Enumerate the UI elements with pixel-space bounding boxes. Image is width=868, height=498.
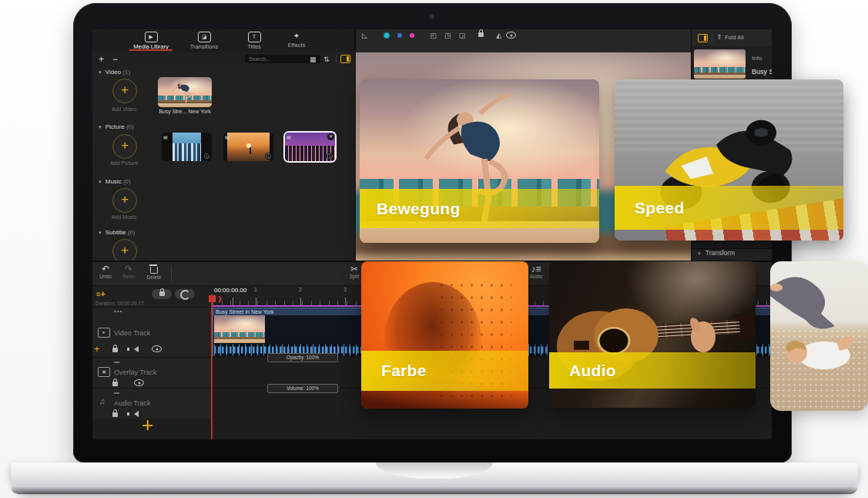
- close-icon[interactable]: ✕: [327, 133, 334, 140]
- lock-icon[interactable]: [112, 382, 118, 386]
- video-thumbnail-caption: Busy Stre... New York: [146, 109, 223, 114]
- section-header-music[interactable]: ▾ Music (0): [99, 178, 131, 185]
- select-tool-icon[interactable]: ◰: [430, 32, 437, 39]
- add-media-button[interactable]: +: [99, 54, 104, 65]
- info-icon[interactable]: ⓘ: [265, 153, 272, 160]
- tab-media-library[interactable]: ▶ Media Library: [126, 29, 176, 51]
- add-music-button[interactable]: +: [112, 188, 137, 213]
- track-menu-icon[interactable]: •••: [114, 308, 122, 315]
- spray-tool-icon[interactable]: ◭: [496, 32, 501, 39]
- beach-video-preview: [158, 77, 212, 107]
- marker-magenta-icon[interactable]: [410, 33, 414, 38]
- add-track-plus-icon[interactable]: +: [94, 343, 100, 355]
- preview-toolbar: ◺ ◰ ◳ ◲ ◭: [354, 29, 692, 52]
- lock-all-button[interactable]: [152, 289, 172, 299]
- speaker-icon[interactable]: [134, 411, 139, 417]
- marker-cyan-icon[interactable]: [384, 33, 389, 38]
- audio-card-band: Audio: [549, 352, 756, 389]
- add-video-button[interactable]: +: [112, 79, 137, 103]
- section-header-video[interactable]: ▾ Video (1): [99, 69, 130, 76]
- tab-effects[interactable]: ✦ Effects: [272, 29, 321, 51]
- laptop-webcam: [430, 15, 434, 19]
- ruler-tool-icon[interactable]: ◺: [362, 32, 367, 39]
- video-thumbnail[interactable]: [158, 77, 212, 107]
- mixer-icon: ♪≡: [525, 264, 547, 274]
- effects-wand-icon: ✦: [291, 32, 303, 41]
- crop-tool-icon[interactable]: ◳: [444, 32, 451, 39]
- eye-icon[interactable]: [152, 345, 162, 352]
- color-card-label: Farbe: [381, 362, 427, 380]
- lock-icon[interactable]: [478, 32, 484, 37]
- info-icon[interactable]: ⓘ: [327, 153, 333, 160]
- section-name: Picture: [106, 123, 125, 130]
- sunset-image: [227, 133, 270, 161]
- playhead-flag[interactable]: [209, 295, 216, 302]
- selected-clip-thumbnail[interactable]: [694, 49, 746, 79]
- titles-icon: T: [248, 32, 261, 42]
- video-track-label: Video Track: [114, 329, 150, 337]
- library-tabbar: ▶ Media Library ◪ Transitions T Titles ✦…: [92, 29, 354, 52]
- remove-media-button[interactable]: −: [112, 54, 118, 65]
- city-day-image: [173, 133, 201, 161]
- add-picture-button[interactable]: +: [112, 134, 137, 159]
- overlay-track-label: Overlay Track: [114, 368, 157, 376]
- feature-card-color: Farbe: [361, 261, 528, 409]
- fold-all-label[interactable]: Fold All: [725, 34, 744, 41]
- volume-badge[interactable]: Volume: 100%: [267, 384, 338, 393]
- playhead-line[interactable]: [211, 294, 213, 439]
- lock-icon[interactable]: [112, 348, 118, 352]
- speaker-icon[interactable]: [134, 346, 139, 352]
- transform-label: Transform: [705, 249, 735, 257]
- section-count: (0): [128, 229, 136, 236]
- redo-label: Redo: [122, 274, 135, 279]
- picture-thumbnail-city-day[interactable]: ▤ ⓘ: [162, 133, 212, 161]
- redo-button[interactable]: ↷ Redo: [119, 264, 139, 279]
- section-header-subtitle[interactable]: ▾ Subtitle (0): [99, 229, 135, 236]
- picture-thumbnail-sunset[interactable]: ▤ ⓘ: [223, 133, 273, 161]
- feature-card-speed: Speed: [615, 79, 843, 241]
- section-count: (0): [126, 123, 134, 130]
- fold-all-icon[interactable]: ⇑: [716, 33, 722, 41]
- video-track-icon: ▸: [98, 328, 110, 338]
- picture-type-icon: ▤: [163, 134, 168, 140]
- panel-toggle-icon[interactable]: [340, 55, 350, 63]
- grid-view-icon[interactable]: ▦: [310, 56, 317, 63]
- library-toolbar: + − ▦ ⇅: [92, 52, 354, 66]
- divider: [712, 33, 712, 42]
- overlay-track-header: ▬ ▣ Overlay Track: [92, 358, 213, 388]
- speed-card-band: Speed: [615, 186, 843, 230]
- eye-icon[interactable]: [506, 32, 516, 39]
- tab-label: Titles: [247, 43, 261, 50]
- delete-label: Delete: [147, 274, 162, 280]
- video-track-controls[interactable]: [112, 345, 169, 354]
- redo-icon: ↷: [119, 264, 139, 274]
- tab-transitions[interactable]: ◪ Transitions: [179, 29, 229, 51]
- overlay-track-controls[interactable]: [112, 379, 151, 388]
- audio-track-controls[interactable]: [112, 409, 146, 419]
- section-name: Video: [106, 69, 121, 76]
- transform-row[interactable]: ▾ Transform: [692, 248, 772, 261]
- section-header-picture[interactable]: ▾ Picture (0): [99, 123, 134, 130]
- audio-mixer-button[interactable]: ♪≡ Audio: [525, 264, 547, 279]
- sort-icon[interactable]: ⇅: [323, 56, 330, 63]
- opacity-badge[interactable]: Opacity: 100%: [267, 353, 338, 362]
- undo-button[interactable]: ↶ Undo: [96, 264, 116, 279]
- pointer-tool-icon[interactable]: ◲: [459, 32, 466, 39]
- marker-blue-icon[interactable]: [397, 33, 402, 38]
- add-new-track-button[interactable]: +: [142, 413, 153, 437]
- divider: [171, 266, 172, 281]
- ruler-number: 1: [251, 287, 260, 292]
- trash-icon: [150, 267, 158, 274]
- picture-thumbnail-city-night-selected[interactable]: ▤ ✕ ⓘ: [285, 133, 335, 161]
- panel-icon[interactable]: [698, 34, 708, 42]
- chevron-down-icon: ▾: [99, 179, 102, 184]
- lock-icon[interactable]: [112, 412, 118, 417]
- sequence-duration: Duration: 00:00:20.77: [96, 301, 144, 306]
- delete-button[interactable]: Delete: [143, 264, 165, 280]
- toolbar-divider: [336, 55, 337, 63]
- add-track-icon[interactable]: ≡+: [96, 290, 106, 298]
- track-handle-icon: ▬: [114, 389, 119, 395]
- info-icon[interactable]: ⓘ: [203, 153, 210, 160]
- eye-icon[interactable]: [134, 379, 144, 386]
- snap-magnet-button[interactable]: [175, 289, 195, 299]
